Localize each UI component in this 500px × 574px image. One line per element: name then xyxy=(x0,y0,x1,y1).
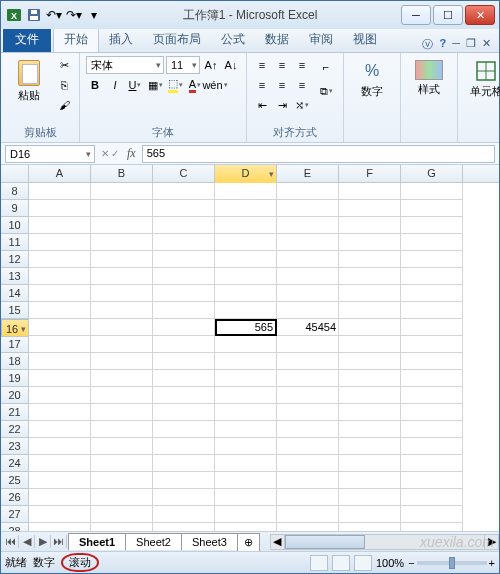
font-size-select[interactable]: 11 xyxy=(166,56,200,74)
cell-F26[interactable] xyxy=(339,489,401,506)
row-header[interactable]: 18 xyxy=(1,353,29,370)
row-header[interactable]: 20 xyxy=(1,387,29,404)
cell-C19[interactable] xyxy=(153,370,215,387)
cell-B12[interactable] xyxy=(91,251,153,268)
row-header[interactable]: 9 xyxy=(1,200,29,217)
cell-B18[interactable] xyxy=(91,353,153,370)
cell-B24[interactable] xyxy=(91,455,153,472)
styles-button[interactable]: 样式 xyxy=(407,56,451,97)
cell-C8[interactable] xyxy=(153,183,215,200)
row-header[interactable]: 19 xyxy=(1,370,29,387)
wrap-text-icon[interactable]: ⌐ xyxy=(315,56,337,78)
cell-C18[interactable] xyxy=(153,353,215,370)
cell-G22[interactable] xyxy=(401,421,463,438)
cell-D17[interactable] xyxy=(215,336,277,353)
cell-G16[interactable] xyxy=(401,319,463,336)
cell-A8[interactable] xyxy=(29,183,91,200)
maximize-button[interactable]: ☐ xyxy=(433,5,463,25)
cell-F17[interactable] xyxy=(339,336,401,353)
row-header[interactable]: 25 xyxy=(1,472,29,489)
cell-G23[interactable] xyxy=(401,438,463,455)
cell-F11[interactable] xyxy=(339,234,401,251)
cell-B17[interactable] xyxy=(91,336,153,353)
cell-A22[interactable] xyxy=(29,421,91,438)
cell-D27[interactable] xyxy=(215,506,277,523)
cell-A28[interactable] xyxy=(29,523,91,531)
align-bottom-icon[interactable]: ≡ xyxy=(293,56,311,74)
cell-G14[interactable] xyxy=(401,285,463,302)
cell-B19[interactable] xyxy=(91,370,153,387)
doc-close-icon[interactable]: ✕ xyxy=(482,37,491,52)
cell-F24[interactable] xyxy=(339,455,401,472)
cell-B8[interactable] xyxy=(91,183,153,200)
close-button[interactable]: ✕ xyxy=(465,5,495,25)
cell-C24[interactable] xyxy=(153,455,215,472)
cell-E12[interactable] xyxy=(277,251,339,268)
cell-B27[interactable] xyxy=(91,506,153,523)
sheet-nav-prev-icon[interactable]: ◀ xyxy=(19,535,35,548)
cell-F21[interactable] xyxy=(339,404,401,421)
cell-D24[interactable] xyxy=(215,455,277,472)
cell-A27[interactable] xyxy=(29,506,91,523)
cell-E14[interactable] xyxy=(277,285,339,302)
tab-formulas[interactable]: 公式 xyxy=(211,27,255,52)
cell-C22[interactable] xyxy=(153,421,215,438)
cell-G20[interactable] xyxy=(401,387,463,404)
cell-B26[interactable] xyxy=(91,489,153,506)
cell-A16[interactable] xyxy=(29,319,91,336)
cell-E10[interactable] xyxy=(277,217,339,234)
cell-C13[interactable] xyxy=(153,268,215,285)
cell-F13[interactable] xyxy=(339,268,401,285)
cell-E22[interactable] xyxy=(277,421,339,438)
row-header[interactable]: 13 xyxy=(1,268,29,285)
horizontal-scrollbar[interactable]: ◀ ▶ xyxy=(270,534,499,550)
cell-C28[interactable] xyxy=(153,523,215,531)
cell-G9[interactable] xyxy=(401,200,463,217)
cut-icon[interactable]: ✂ xyxy=(55,56,73,74)
align-middle-icon[interactable]: ≡ xyxy=(273,56,291,74)
cell-A12[interactable] xyxy=(29,251,91,268)
cell-E23[interactable] xyxy=(277,438,339,455)
cell-B23[interactable] xyxy=(91,438,153,455)
cell-A18[interactable] xyxy=(29,353,91,370)
cell-D19[interactable] xyxy=(215,370,277,387)
cell-G21[interactable] xyxy=(401,404,463,421)
cell-G8[interactable] xyxy=(401,183,463,200)
cell-C20[interactable] xyxy=(153,387,215,404)
cell-G15[interactable] xyxy=(401,302,463,319)
cell-G25[interactable] xyxy=(401,472,463,489)
col-header-B[interactable]: B xyxy=(91,165,153,182)
cell-C16[interactable] xyxy=(153,319,215,336)
cell-E27[interactable] xyxy=(277,506,339,523)
italic-button[interactable]: I xyxy=(106,76,124,94)
minimize-button[interactable]: ─ xyxy=(401,5,431,25)
cell-E28[interactable] xyxy=(277,523,339,531)
cell-G12[interactable] xyxy=(401,251,463,268)
row-header[interactable]: 28 xyxy=(1,523,29,531)
format-painter-icon[interactable]: 🖌 xyxy=(55,96,73,114)
phonetic-button[interactable]: wén▾ xyxy=(206,76,224,94)
fx-icon[interactable]: fx xyxy=(121,146,142,161)
cell-A24[interactable] xyxy=(29,455,91,472)
cell-D23[interactable] xyxy=(215,438,277,455)
tab-view[interactable]: 视图 xyxy=(343,27,387,52)
row-header[interactable]: 27 xyxy=(1,506,29,523)
row-header[interactable]: 17 xyxy=(1,336,29,353)
sheet-tab-2[interactable]: Sheet2 xyxy=(125,533,182,550)
cell-F14[interactable] xyxy=(339,285,401,302)
cell-F12[interactable] xyxy=(339,251,401,268)
row-header[interactable]: 12 xyxy=(1,251,29,268)
cell-E20[interactable] xyxy=(277,387,339,404)
cell-A17[interactable] xyxy=(29,336,91,353)
cell-B22[interactable] xyxy=(91,421,153,438)
cell-A19[interactable] xyxy=(29,370,91,387)
cell-D26[interactable] xyxy=(215,489,277,506)
cell-A10[interactable] xyxy=(29,217,91,234)
zoom-level[interactable]: 100% xyxy=(376,557,404,569)
cell-C25[interactable] xyxy=(153,472,215,489)
tab-page-layout[interactable]: 页面布局 xyxy=(143,27,211,52)
cell-E25[interactable] xyxy=(277,472,339,489)
cell-A14[interactable] xyxy=(29,285,91,302)
file-tab[interactable]: 文件 xyxy=(3,27,51,52)
sheet-nav-last-icon[interactable]: ⏭ xyxy=(51,535,67,548)
